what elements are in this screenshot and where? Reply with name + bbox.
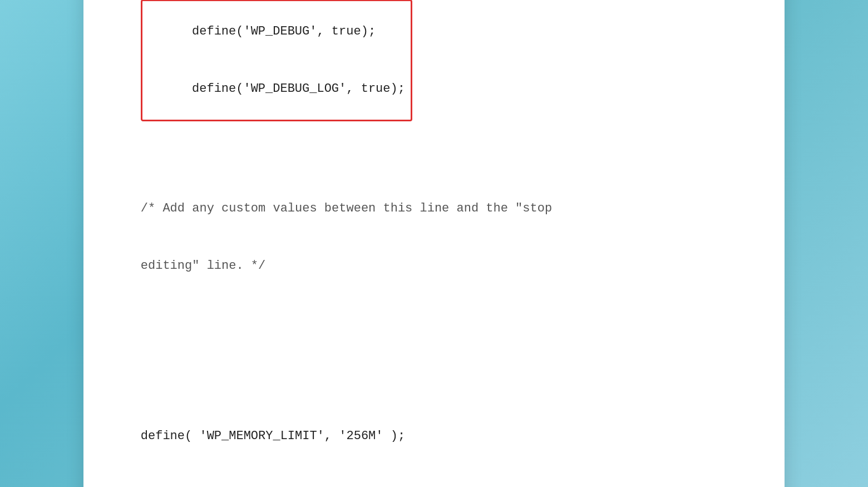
custom-values-comment: /* Add any custom values between this li… [141, 201, 552, 215]
custom-values-comment-2: editing" line. */ [141, 259, 265, 273]
define-wp-debug: define('WP_DEBUG', true); [192, 24, 376, 38]
define-memory-limit: define( 'WP_MEMORY_LIMIT', '256M' ); [141, 429, 405, 443]
define-wp-debug-log: define('WP_DEBUG_LOG', true); [192, 82, 405, 96]
code-block: * * For information on other constants t… [111, 0, 757, 487]
highlighted-code-box: define('WP_DEBUG', true); define('WP_DEB… [141, 0, 412, 121]
code-card: * * For information on other constants t… [83, 0, 785, 487]
